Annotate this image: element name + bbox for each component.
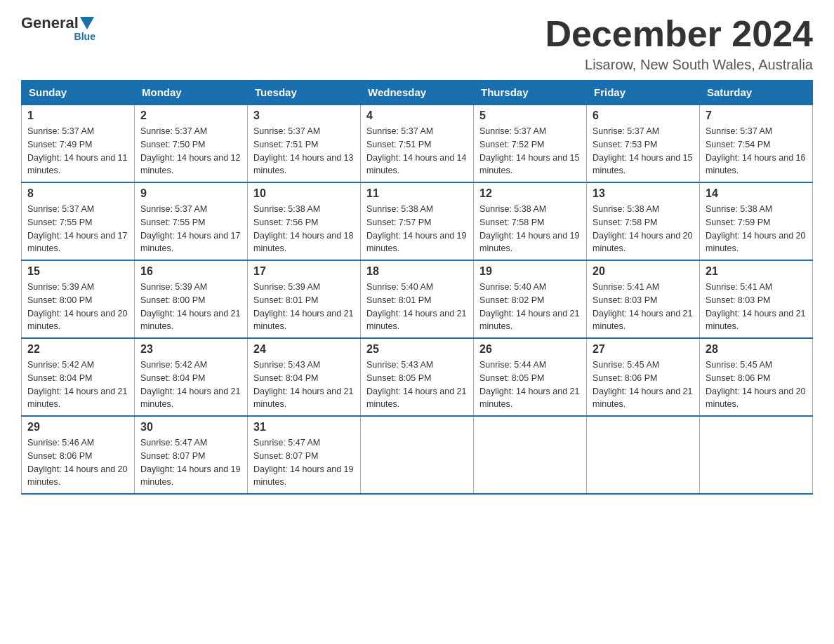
header-wednesday: Wednesday <box>361 81 474 105</box>
header-tuesday: Tuesday <box>248 81 361 105</box>
calendar-cell: 8Sunrise: 5:37 AMSunset: 7:55 PMDaylight… <box>22 182 135 260</box>
logo-blue-underline: Blue <box>74 31 95 42</box>
day-number: 5 <box>479 109 581 122</box>
day-info: Sunrise: 5:37 AMSunset: 7:49 PMDaylight:… <box>27 125 128 177</box>
day-info: Sunrise: 5:41 AMSunset: 8:03 PMDaylight:… <box>706 281 807 333</box>
day-number: 22 <box>27 343 128 356</box>
calendar-cell: 19Sunrise: 5:40 AMSunset: 8:02 PMDayligh… <box>474 260 587 338</box>
calendar-cell: 31Sunrise: 5:47 AMSunset: 8:07 PMDayligh… <box>248 416 361 494</box>
calendar-cell: 13Sunrise: 5:38 AMSunset: 7:58 PMDayligh… <box>587 182 700 260</box>
location: Lisarow, New South Wales, Australia <box>545 57 813 73</box>
title-section: December 2024 Lisarow, New South Wales, … <box>545 14 813 73</box>
day-number: 25 <box>366 343 468 356</box>
day-info: Sunrise: 5:39 AMSunset: 8:00 PMDaylight:… <box>140 281 241 333</box>
day-number: 6 <box>593 109 694 122</box>
header-saturday: Saturday <box>700 81 813 105</box>
day-number: 16 <box>140 265 241 278</box>
day-number: 13 <box>593 187 694 200</box>
day-info: Sunrise: 5:38 AMSunset: 7:56 PMDaylight:… <box>253 203 355 255</box>
calendar-cell: 10Sunrise: 5:38 AMSunset: 7:56 PMDayligh… <box>248 182 361 260</box>
month-title: December 2024 <box>545 14 813 54</box>
day-number: 21 <box>706 265 807 278</box>
day-info: Sunrise: 5:38 AMSunset: 7:58 PMDaylight:… <box>479 203 581 255</box>
calendar-cell: 9Sunrise: 5:37 AMSunset: 7:55 PMDaylight… <box>135 182 248 260</box>
day-number: 4 <box>366 109 468 122</box>
day-number: 11 <box>366 187 468 200</box>
calendar-cell: 23Sunrise: 5:42 AMSunset: 8:04 PMDayligh… <box>135 338 248 416</box>
day-number: 14 <box>706 187 807 200</box>
calendar-cell <box>700 416 813 494</box>
day-info: Sunrise: 5:41 AMSunset: 8:03 PMDaylight:… <box>593 281 694 333</box>
calendar-cell: 16Sunrise: 5:39 AMSunset: 8:00 PMDayligh… <box>135 260 248 338</box>
day-info: Sunrise: 5:37 AMSunset: 7:51 PMDaylight:… <box>253 125 355 177</box>
day-info: Sunrise: 5:47 AMSunset: 8:07 PMDaylight:… <box>253 436 355 489</box>
day-number: 30 <box>140 421 241 434</box>
calendar-cell: 21Sunrise: 5:41 AMSunset: 8:03 PMDayligh… <box>700 260 813 338</box>
calendar-cell: 27Sunrise: 5:45 AMSunset: 8:06 PMDayligh… <box>587 338 700 416</box>
page-header: General Blue December 2024 Lisarow, New … <box>21 14 813 73</box>
day-info: Sunrise: 5:45 AMSunset: 8:06 PMDaylight:… <box>593 358 694 411</box>
day-info: Sunrise: 5:38 AMSunset: 7:57 PMDaylight:… <box>366 203 468 255</box>
day-number: 3 <box>253 109 355 122</box>
day-number: 20 <box>593 265 694 278</box>
calendar-cell <box>474 416 587 494</box>
day-number: 10 <box>253 187 355 200</box>
day-number: 31 <box>253 421 355 434</box>
day-number: 28 <box>706 343 807 356</box>
calendar-week-3: 15Sunrise: 5:39 AMSunset: 8:00 PMDayligh… <box>22 260 813 338</box>
day-info: Sunrise: 5:40 AMSunset: 8:02 PMDaylight:… <box>479 281 581 333</box>
calendar-cell: 29Sunrise: 5:46 AMSunset: 8:06 PMDayligh… <box>22 416 135 494</box>
day-info: Sunrise: 5:43 AMSunset: 8:04 PMDaylight:… <box>253 358 355 411</box>
calendar-cell: 17Sunrise: 5:39 AMSunset: 8:01 PMDayligh… <box>248 260 361 338</box>
calendar-cell: 5Sunrise: 5:37 AMSunset: 7:52 PMDaylight… <box>474 105 587 182</box>
calendar-cell <box>361 416 474 494</box>
calendar-cell <box>587 416 700 494</box>
day-info: Sunrise: 5:38 AMSunset: 7:59 PMDaylight:… <box>706 203 807 255</box>
day-info: Sunrise: 5:40 AMSunset: 8:01 PMDaylight:… <box>366 281 468 333</box>
calendar-cell: 3Sunrise: 5:37 AMSunset: 7:51 PMDaylight… <box>248 105 361 182</box>
day-number: 18 <box>366 265 468 278</box>
calendar-cell: 28Sunrise: 5:45 AMSunset: 8:06 PMDayligh… <box>700 338 813 416</box>
day-info: Sunrise: 5:37 AMSunset: 7:53 PMDaylight:… <box>593 125 694 177</box>
calendar-cell: 18Sunrise: 5:40 AMSunset: 8:01 PMDayligh… <box>361 260 474 338</box>
calendar-cell: 2Sunrise: 5:37 AMSunset: 7:50 PMDaylight… <box>135 105 248 182</box>
calendar-cell: 1Sunrise: 5:37 AMSunset: 7:49 PMDaylight… <box>22 105 135 182</box>
day-info: Sunrise: 5:45 AMSunset: 8:06 PMDaylight:… <box>706 358 807 411</box>
day-number: 2 <box>140 109 241 122</box>
header-monday: Monday <box>135 81 248 105</box>
day-number: 1 <box>27 109 128 122</box>
calendar-cell: 6Sunrise: 5:37 AMSunset: 7:53 PMDaylight… <box>587 105 700 182</box>
calendar-cell: 15Sunrise: 5:39 AMSunset: 8:00 PMDayligh… <box>22 260 135 338</box>
day-info: Sunrise: 5:44 AMSunset: 8:05 PMDaylight:… <box>479 358 581 411</box>
day-info: Sunrise: 5:43 AMSunset: 8:05 PMDaylight:… <box>366 358 468 411</box>
logo-triangle-icon <box>80 17 94 29</box>
day-info: Sunrise: 5:42 AMSunset: 8:04 PMDaylight:… <box>27 358 128 411</box>
calendar-cell: 26Sunrise: 5:44 AMSunset: 8:05 PMDayligh… <box>474 338 587 416</box>
day-info: Sunrise: 5:37 AMSunset: 7:52 PMDaylight:… <box>479 125 581 177</box>
calendar-cell: 4Sunrise: 5:37 AMSunset: 7:51 PMDaylight… <box>361 105 474 182</box>
calendar-cell: 14Sunrise: 5:38 AMSunset: 7:59 PMDayligh… <box>700 182 813 260</box>
day-number: 15 <box>27 265 128 278</box>
calendar-cell: 30Sunrise: 5:47 AMSunset: 8:07 PMDayligh… <box>135 416 248 494</box>
day-number: 29 <box>27 421 128 434</box>
day-info: Sunrise: 5:46 AMSunset: 8:06 PMDaylight:… <box>27 436 128 489</box>
header-friday: Friday <box>587 81 700 105</box>
day-number: 23 <box>140 343 241 356</box>
calendar-header-row: SundayMondayTuesdayWednesdayThursdayFrid… <box>22 81 813 105</box>
day-info: Sunrise: 5:39 AMSunset: 8:01 PMDaylight:… <box>253 281 355 333</box>
day-info: Sunrise: 5:37 AMSunset: 7:54 PMDaylight:… <box>706 125 807 177</box>
calendar-cell: 22Sunrise: 5:42 AMSunset: 8:04 PMDayligh… <box>22 338 135 416</box>
day-number: 9 <box>140 187 241 200</box>
day-number: 7 <box>706 109 807 122</box>
day-number: 8 <box>27 187 128 200</box>
logo-general-text: General <box>21 14 79 32</box>
calendar-cell: 25Sunrise: 5:43 AMSunset: 8:05 PMDayligh… <box>361 338 474 416</box>
day-info: Sunrise: 5:47 AMSunset: 8:07 PMDaylight:… <box>140 436 241 489</box>
header-sunday: Sunday <box>22 81 135 105</box>
day-number: 17 <box>253 265 355 278</box>
day-info: Sunrise: 5:42 AMSunset: 8:04 PMDaylight:… <box>140 358 241 411</box>
day-info: Sunrise: 5:37 AMSunset: 7:55 PMDaylight:… <box>140 203 241 255</box>
day-number: 19 <box>479 265 581 278</box>
calendar-week-4: 22Sunrise: 5:42 AMSunset: 8:04 PMDayligh… <box>22 338 813 416</box>
calendar-week-2: 8Sunrise: 5:37 AMSunset: 7:55 PMDaylight… <box>22 182 813 260</box>
